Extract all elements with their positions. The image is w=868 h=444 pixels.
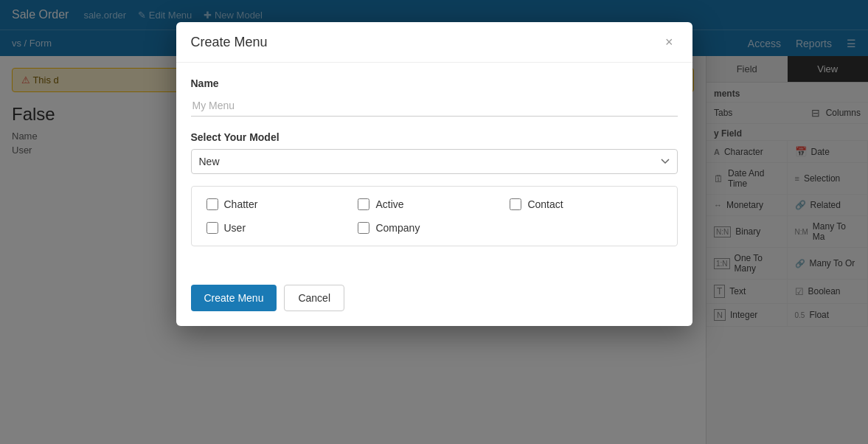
create-menu-button[interactable]: Create Menu bbox=[191, 285, 277, 311]
checkbox-chatter[interactable]: Chatter bbox=[206, 198, 358, 210]
chatter-checkbox[interactable] bbox=[206, 198, 218, 210]
dialog-header: Create Menu × bbox=[176, 22, 692, 63]
contact-label: Contact bbox=[527, 198, 563, 210]
model-select[interactable]: New bbox=[191, 149, 678, 174]
dialog-footer: Create Menu Cancel bbox=[176, 276, 692, 326]
company-label: Company bbox=[375, 222, 420, 234]
active-label: Active bbox=[375, 198, 403, 210]
modal-overlay: Create Menu × Name Select Your Model New… bbox=[0, 0, 868, 444]
checkbox-user[interactable]: User bbox=[206, 222, 358, 234]
name-input[interactable] bbox=[191, 95, 678, 117]
chatter-label: Chatter bbox=[224, 198, 258, 210]
create-menu-dialog: Create Menu × Name Select Your Model New… bbox=[176, 22, 692, 326]
dialog-title: Create Menu bbox=[191, 35, 268, 50]
close-button[interactable]: × bbox=[661, 34, 678, 50]
checkbox-contact[interactable]: Contact bbox=[510, 198, 662, 210]
user-label: User bbox=[224, 222, 246, 234]
name-field-label: Name bbox=[191, 77, 678, 89]
checkbox-active[interactable]: Active bbox=[358, 198, 510, 210]
dialog-body: Name Select Your Model New Chatter Activ… bbox=[176, 63, 692, 276]
contact-checkbox[interactable] bbox=[510, 198, 521, 210]
model-field-label: Select Your Model bbox=[191, 131, 678, 143]
cancel-button[interactable]: Cancel bbox=[284, 285, 344, 311]
checkbox-company[interactable]: Company bbox=[358, 222, 510, 234]
active-checkbox[interactable] bbox=[358, 198, 369, 210]
checkboxes-container: Chatter Active Contact User Company bbox=[191, 186, 678, 246]
company-checkbox[interactable] bbox=[358, 222, 369, 234]
user-checkbox[interactable] bbox=[206, 222, 218, 234]
